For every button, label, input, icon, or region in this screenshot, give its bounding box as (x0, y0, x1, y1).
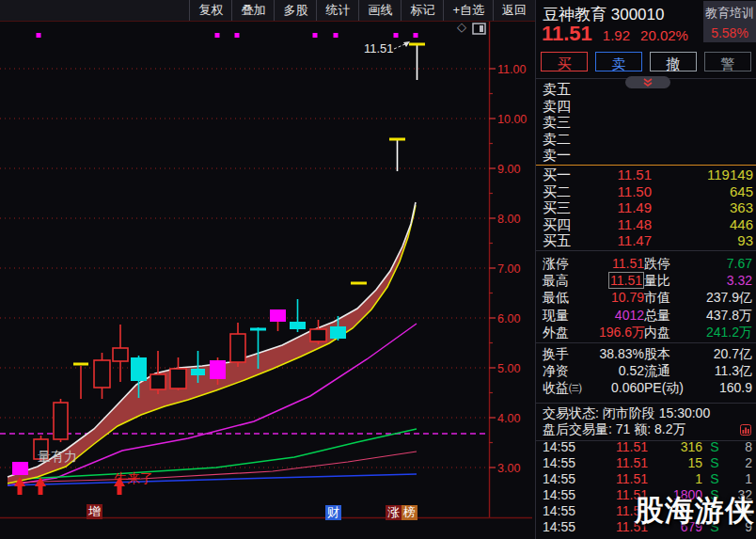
toolbar-button-返回[interactable]: 返回 (493, 0, 535, 21)
svg-text:11.00: 11.00 (497, 63, 526, 76)
tick-row: 14:5511.51316S8 (536, 439, 756, 455)
price-row: 11.51 1.92 20.02% (542, 22, 688, 46)
alert-button[interactable]: 警 (704, 52, 751, 71)
tick-row: 14:5511.511S1 (536, 471, 756, 487)
stat-label: 最低 (543, 289, 599, 306)
bid-row-label: 买三 (543, 199, 584, 216)
tag-cai-label: 财 (325, 505, 341, 520)
ask-row-label: 卖五 (543, 81, 584, 98)
trade-status: 交易状态: 闭市阶段 15:30:00 (543, 405, 756, 421)
bid-row-label: 买五 (543, 232, 584, 249)
tick-side: S (702, 471, 727, 487)
svg-text:10.00: 10.00 (497, 113, 527, 126)
stat-label: 内盘 (644, 324, 701, 341)
stat-label: 股本 (644, 345, 701, 362)
ask-row-price (584, 114, 652, 131)
bid-row-volume: 119149 (652, 166, 753, 183)
toolbar-button-画线[interactable]: 画线 (358, 0, 401, 21)
double-chevron-down-icon (639, 77, 656, 87)
highlighted-value: 11.51 (608, 272, 644, 289)
tick-price: 11.51 (584, 471, 648, 487)
ask-row-volume (652, 114, 753, 131)
stats-row: 最低10.79市值237.9亿 (536, 289, 756, 306)
bid-row: 买五11.4793 (536, 232, 756, 249)
ask-row-label: 卖二 (543, 131, 584, 148)
bid-row: 买三11.49363 (536, 199, 756, 216)
stat-value: 38.83% (599, 345, 644, 362)
stat-label: 外盘 (543, 324, 599, 341)
stock-trading-app: 复权叠加多股统计画线标记+自选返回 ◇ 量有力牛来了11.5111.0010.0… (0, 0, 756, 539)
tag-zhang-label: 涨 (386, 505, 402, 520)
stat-label: 跌停 (644, 255, 701, 272)
split-view-icon[interactable] (472, 22, 486, 39)
stats-row: 换手38.83%股本20.7亿 (536, 345, 756, 362)
ask-row-volume (652, 98, 753, 115)
bid-row-price: 11.50 (584, 183, 652, 200)
buy-button[interactable]: 买 (541, 52, 588, 71)
sell-button[interactable]: 卖 (595, 52, 642, 71)
stat-value: 196.6万 (599, 324, 644, 341)
tag-zhangbang[interactable]: 涨榜 (386, 505, 417, 520)
bid-row: 买四11.48446 (536, 216, 756, 233)
volume-chart-icon[interactable] (740, 423, 751, 438)
diamond-marker-icon[interactable]: ◇ (457, 20, 466, 34)
price-change: 1.92 (603, 27, 630, 43)
tag-zeng-label: 增 (87, 504, 102, 519)
stats-row: 现量4012总量437.8万 (536, 307, 756, 324)
stat-label: 市值 (644, 289, 701, 306)
toolbar-button-叠加[interactable]: 叠加 (231, 0, 274, 21)
collapse-order-panel-button[interactable] (625, 76, 670, 88)
tick-time: 14:55 (543, 487, 584, 503)
stat-label: 换手 (543, 345, 599, 362)
candlestick-chart[interactable]: 量有力牛来了11.5111.0010.009.008.007.006.005.0… (0, 21, 532, 539)
price-change-pct: 20.02% (640, 27, 688, 43)
trade-actions: 买卖撤警 (541, 52, 751, 71)
stat-value: 11.51 (599, 272, 644, 289)
stat-value: 7.67 (701, 255, 752, 272)
stat-value: 20.7亿 (701, 345, 752, 362)
stat-label: 净资 (543, 362, 599, 379)
tick-price: 11.51 (584, 439, 648, 455)
ask-row-price (584, 131, 652, 148)
quote-panel: 豆神教育 300010 教育培训 5.58% 11.51 1.92 20.02%… (535, 0, 756, 539)
tag-cai[interactable]: 财 (325, 505, 341, 520)
ask-row-price (584, 147, 652, 164)
tick-time: 14:55 (543, 471, 584, 487)
bid-row-label: 买二 (543, 183, 584, 200)
sector-name: 教育培训 (703, 5, 756, 22)
tick-time: 14:55 (543, 455, 584, 471)
bid-row-volume: 93 (652, 232, 753, 249)
svg-text:9.00: 9.00 (497, 163, 520, 176)
stat-label: 流通 (644, 362, 701, 379)
tick-time: 14:55 (543, 503, 584, 519)
svg-text:6.00: 6.00 (497, 312, 520, 325)
stats-row: 外盘196.6万内盘241.2万 (536, 324, 756, 341)
tick-row: 14:5511.5115S2 (536, 455, 756, 471)
ask-row-label: 卖四 (543, 98, 584, 115)
toolbar-button-+自选[interactable]: +自选 (443, 0, 493, 21)
svg-text:4.00: 4.00 (497, 412, 520, 425)
ask-row: 卖二 (536, 131, 756, 148)
tick-time: 14:55 (543, 519, 584, 535)
stat-label: 最高 (543, 272, 599, 289)
stat-label: 总量 (644, 307, 701, 324)
tick-volume: 316 (648, 439, 702, 455)
sector-change: 5.58% (703, 25, 756, 40)
toolbar-button-标记[interactable]: 标记 (401, 0, 443, 21)
stats-row: 最高11.51量比3.32 (536, 272, 756, 289)
bid-row-volume: 446 (652, 216, 753, 233)
stat-label: PE(动) (644, 379, 701, 396)
toolbar-button-多股[interactable]: 多股 (274, 0, 316, 21)
bid-row-volume: 645 (652, 183, 753, 200)
sector-badge[interactable]: 教育培训 5.58% (703, 1, 756, 42)
stat-value: 437.8万 (701, 307, 752, 324)
toolbar-button-复权[interactable]: 复权 (189, 0, 231, 21)
bid-row-price: 11.48 (584, 216, 652, 233)
ask-row: 卖一 (536, 147, 756, 164)
bid-row-label: 买一 (543, 166, 584, 183)
tag-zeng[interactable]: 增 (87, 504, 102, 519)
cancel-button[interactable]: 撤 (650, 52, 697, 71)
toolbar-button-统计[interactable]: 统计 (316, 0, 358, 21)
svg-text:7.00: 7.00 (497, 262, 520, 276)
bid-row: 买一11.51119149 (536, 166, 756, 183)
